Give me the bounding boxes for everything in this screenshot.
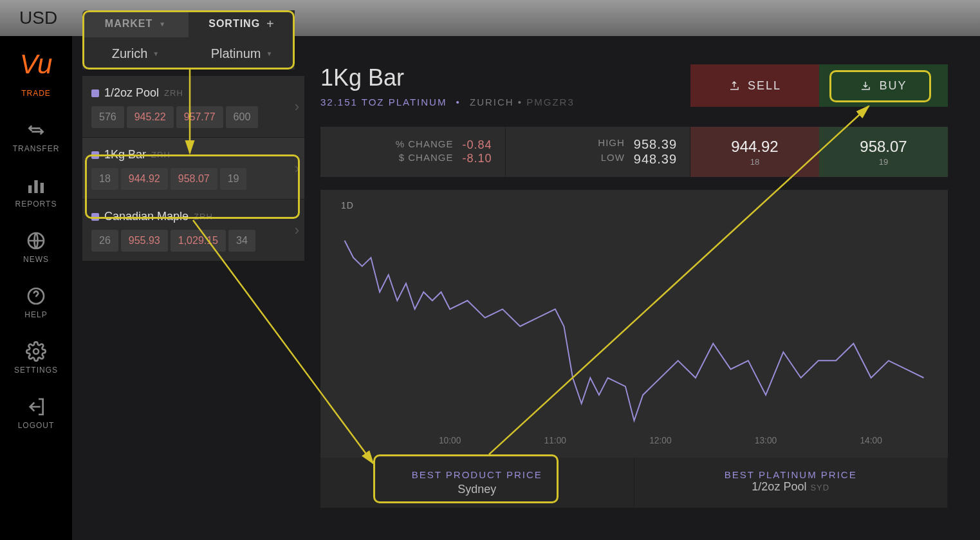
product-loc: ZRH xyxy=(164,88,183,98)
gear-icon xyxy=(26,341,46,362)
svg-text:10:00: 10:00 xyxy=(439,435,461,445)
caret-down-icon: ▼ xyxy=(153,50,159,57)
nav-transfer[interactable]: TRANSFER xyxy=(13,120,60,153)
nav-trade-label: TRADE xyxy=(21,89,51,98)
best-metal-loc: SYD xyxy=(810,483,829,492)
tab-sorting-label: SORTING xyxy=(208,18,260,30)
nav-trade[interactable]: TRADE xyxy=(21,89,51,98)
svg-text:12:00: 12:00 xyxy=(649,435,672,445)
bar-chart-icon xyxy=(26,175,46,196)
buy-price[interactable]: 958.07 xyxy=(171,168,217,190)
plus-icon: + xyxy=(266,17,275,32)
sidebar: Vu TRADE TRANSFER REPORTS NEWS HELP SETT… xyxy=(0,36,72,540)
high-label: HIGH xyxy=(598,137,625,152)
svg-rect-1 xyxy=(34,180,37,193)
best-product[interactable]: BEST PRODUCT PRICE Sydney xyxy=(320,458,634,508)
transfer-icon xyxy=(26,120,46,140)
price-chart: 10:0011:0012:0013:0014:00 xyxy=(326,210,943,455)
product-name: 1/2oz Pool xyxy=(104,86,159,100)
low-value: 948.39 xyxy=(634,152,677,167)
nav-transfer-label: TRANSFER xyxy=(13,144,60,153)
low-label: LOW xyxy=(601,152,625,167)
qty1: 18 xyxy=(91,168,118,190)
bullet-icon: • xyxy=(518,97,526,107)
sell-button-label: SELL xyxy=(748,79,781,93)
product-name: 1Kg Bar xyxy=(104,148,146,162)
buy-qty: 19 xyxy=(879,157,888,167)
nav-help[interactable]: HELP xyxy=(24,286,47,319)
tab-market-label: MARKET xyxy=(105,18,153,30)
nav-logout[interactable]: LOGOUT xyxy=(18,396,55,430)
sell-price[interactable]: 945.22 xyxy=(127,106,174,128)
product-name: Canadian Maple xyxy=(104,210,189,223)
detail-panel: 1Kg Bar 32.151 TOZ PLATINUM • ZURICH • P… xyxy=(320,64,948,508)
buy-price[interactable]: 1,029.15 xyxy=(171,230,226,252)
sell-button[interactable]: SELL xyxy=(690,64,819,107)
best-metal-label: BEST PLATINUM PRICE xyxy=(634,469,948,480)
caret-down-icon: ▼ xyxy=(266,50,272,57)
product-row[interactable]: Canadian Maple ZRH 26 955.93 1,029.15 34… xyxy=(82,200,304,261)
chevron-right-icon[interactable]: › xyxy=(295,160,299,177)
nav-logout-label: LOGOUT xyxy=(18,421,55,430)
best-product-label: BEST PRODUCT PRICE xyxy=(320,469,634,480)
nav-news-label: NEWS xyxy=(23,255,49,264)
qty2: 19 xyxy=(220,168,247,190)
dollar-change: -8.10 xyxy=(462,152,492,165)
svg-point-5 xyxy=(33,349,39,354)
buy-price[interactable]: 957.77 xyxy=(176,106,223,128)
nav-reports[interactable]: REPORTS xyxy=(15,175,57,209)
qty1: 26 xyxy=(91,230,118,252)
swatch-icon xyxy=(91,151,99,159)
swatch-icon xyxy=(91,213,99,221)
nav-news[interactable]: NEWS xyxy=(23,230,49,264)
caret-down-icon: ▼ xyxy=(159,21,166,28)
detail-metal: 32.151 TOZ PLATINUM xyxy=(320,97,447,107)
upload-icon xyxy=(728,80,740,91)
filter-location[interactable]: Zurich ▼ xyxy=(82,37,189,70)
change-cell: % CHANGE-0.84 $ CHANGE-8.10 xyxy=(320,127,506,177)
chart-period[interactable]: 1D xyxy=(341,200,943,210)
buy-button[interactable]: BUY xyxy=(819,64,948,107)
sell-price[interactable]: 944.92 xyxy=(121,168,168,190)
chevron-right-icon[interactable]: › xyxy=(295,222,299,239)
sell-qty: 18 xyxy=(750,157,759,167)
tabs: MARKET ▼ SORTING + xyxy=(82,10,295,37)
chevron-right-icon[interactable]: › xyxy=(295,98,299,115)
swatch-icon xyxy=(91,89,99,97)
product-row[interactable]: 1/2oz Pool ZRH 576 945.22 957.77 600 › xyxy=(82,76,304,138)
currency[interactable]: USD xyxy=(19,8,57,28)
buy-price-value: 958.07 xyxy=(860,138,907,156)
qty1: 576 xyxy=(91,106,124,128)
buy-price-cell[interactable]: 958.07 19 xyxy=(819,127,948,177)
chart-area[interactable]: 1D 10:0011:0012:0013:0014:00 xyxy=(320,190,948,458)
detail-code: PMGZR3 xyxy=(526,97,575,107)
action-row: SELL BUY xyxy=(690,64,948,107)
dollar-change-label: $ CHANGE xyxy=(399,152,454,165)
product-list: 1/2oz Pool ZRH 576 945.22 957.77 600 › 1… xyxy=(82,76,304,261)
sell-price-cell[interactable]: 944.92 18 xyxy=(690,127,819,177)
svg-text:14:00: 14:00 xyxy=(860,435,882,445)
best-metal[interactable]: BEST PLATINUM PRICE 1/2oz PoolSYD xyxy=(634,458,948,508)
nav-help-label: HELP xyxy=(24,310,47,319)
product-loc: ZRH xyxy=(194,212,213,221)
nav-reports-label: REPORTS xyxy=(15,200,57,209)
sell-price-value: 944.92 xyxy=(731,138,778,156)
filter-metal[interactable]: Platinum ▼ xyxy=(189,37,295,70)
best-metal-value: 1/2oz Pool xyxy=(752,480,806,493)
sell-price[interactable]: 955.93 xyxy=(121,230,168,252)
svg-text:11:00: 11:00 xyxy=(544,435,567,445)
stat-bar: % CHANGE-0.84 $ CHANGE-8.10 HIGH958.39 L… xyxy=(320,127,948,177)
logout-icon xyxy=(26,396,46,417)
detail-location: ZURICH xyxy=(470,97,514,107)
highlow-cell: HIGH958.39 LOW948.39 xyxy=(506,127,691,177)
buy-button-label: BUY xyxy=(879,79,907,93)
tab-sorting[interactable]: SORTING + xyxy=(189,10,295,37)
nav-settings[interactable]: SETTINGS xyxy=(14,341,58,375)
product-loc: ZRH xyxy=(151,150,171,160)
tab-market[interactable]: MARKET ▼ xyxy=(82,10,189,37)
product-row[interactable]: 1Kg Bar ZRH 18 944.92 958.07 19 › xyxy=(82,138,304,200)
svg-rect-0 xyxy=(28,185,32,193)
filter-location-label: Zurich xyxy=(112,46,148,61)
help-icon xyxy=(26,286,46,306)
best-bar: BEST PRODUCT PRICE Sydney BEST PLATINUM … xyxy=(320,458,948,508)
